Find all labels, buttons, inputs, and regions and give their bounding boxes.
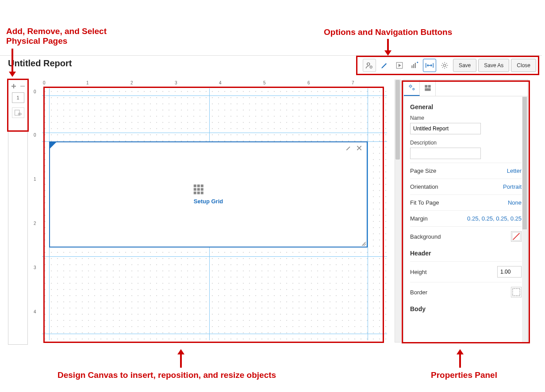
guide-h [42,133,387,133]
user-settings-button[interactable] [363,59,376,72]
grid-widget-label: Setup Grid [194,198,223,205]
close-button[interactable]: Close [511,59,536,72]
ruler-v-tick: 3 [34,265,36,270]
section-header-header: Header [410,250,522,257]
svg-rect-14 [425,88,430,91]
ruler-v-tick: 2 [34,221,36,226]
grid-widget-center[interactable]: Setup Grid [194,185,223,205]
guide-h [42,256,387,257]
preview-button[interactable] [393,59,406,72]
svg-point-6 [443,64,445,66]
page-eye-icon [14,109,22,116]
ruler-v-tick: 4 [34,309,36,314]
anno-pages-label: Add, Remove, and Select Physical Pages [6,27,107,46]
save-as-button[interactable]: Save As [478,59,509,72]
pencil-icon [380,61,388,69]
canvas-scrollbar[interactable] [395,80,401,343]
guide-h [42,95,387,96]
border-swatch[interactable] [511,287,522,297]
toolbar: Save Save As Close [363,59,536,72]
layout-icon [424,84,431,91]
margin-label: Margin [410,215,428,222]
pencil-icon [345,145,352,151]
ruler-h-tick: 4 [219,80,222,85]
properties-tab-general[interactable] [404,80,420,96]
hidden-page-toggle[interactable] [12,107,24,118]
grid-widget[interactable]: Setup Grid [49,141,368,247]
canvas-area: 0 1 2 3 4 5 6 7 0 0 1 2 3 4 [31,80,394,343]
orientation-value[interactable]: Portrait [503,183,522,190]
border-dotted-icon [511,287,521,297]
ruler-v-tick: 0 [34,133,36,137]
svg-rect-12 [425,85,427,88]
remove-page-button[interactable] [19,83,26,90]
guide-h [42,334,387,334]
widget-close-button[interactable] [356,145,363,152]
ruler-h-tick: 3 [175,80,177,85]
settings-button[interactable] [438,59,451,72]
svg-point-9 [19,114,20,114]
background-swatch[interactable] [511,231,522,242]
widget-edit-button[interactable] [345,145,353,152]
close-icon [356,145,362,151]
ruler-horizontal: 0 1 2 3 4 5 6 7 [42,80,394,88]
fit-to-page-label: Fit To Page [410,199,439,206]
ruler-h-tick: 7 [352,80,354,85]
page-panel: 1 [8,80,28,345]
fit-width-button[interactable] [423,59,436,72]
properties-panel: General Name Description Page Size Lette… [403,80,528,343]
ruler-h-tick: 0 [43,80,46,85]
svg-rect-3 [411,65,412,68]
design-canvas[interactable]: Setup Grid [42,88,387,340]
anno-arrow-pages [12,49,13,72]
anno-toolbar-label: Options and Navigation Buttons [324,27,452,37]
svg-point-11 [412,88,414,90]
report-title: Untitled Report [8,58,72,69]
orientation-label: Orientation [410,183,438,190]
svg-rect-4 [413,64,414,68]
ruler-h-tick: 2 [130,80,133,85]
scrollbar-thumb[interactable] [395,80,400,160]
anno-arrow-toolbar [387,39,389,51]
anno-props-label: Properties Panel [431,370,497,380]
grid-icon [194,185,223,194]
user-gear-icon [365,61,373,69]
description-input[interactable] [410,148,481,159]
section-general-header: General [410,103,522,110]
ruler-h-tick: 5 [263,80,266,85]
anno-arrow-canvas [180,354,182,368]
margin-value[interactable]: 0.25, 0.25, 0.25, 0.25 [467,215,522,222]
border-label: Border [410,289,427,296]
add-page-button[interactable] [10,83,17,90]
chart-plus-icon [410,61,419,69]
ruler-h-tick: 6 [307,80,310,85]
height-label: Height [410,269,427,275]
anno-arrow-props [459,354,461,368]
ruler-v-tick: 1 [34,177,36,182]
no-fill-icon [511,232,521,241]
anno-canvas-label: Design Canvas to insert, reposition, and… [58,370,276,380]
ruler-vertical: 0 0 1 2 3 4 [31,88,42,343]
page-thumbnail-1[interactable]: 1 [12,92,24,103]
edit-mode-button[interactable] [378,59,391,72]
height-input[interactable] [497,266,522,278]
properties-tab-layout[interactable] [420,80,436,96]
ruler-h-tick: 1 [86,80,89,85]
play-icon [395,61,403,69]
svg-point-1 [370,66,372,68]
minus-icon [20,84,25,89]
svg-rect-16 [513,289,520,296]
scrollbar-thumb[interactable] [522,97,527,229]
insert-chart-button[interactable] [408,59,421,72]
svg-rect-5 [415,63,416,68]
svg-rect-13 [428,85,430,88]
resize-handle[interactable] [361,241,366,246]
name-input[interactable] [410,123,481,134]
save-button[interactable]: Save [453,59,476,72]
fit-to-page-value[interactable]: None [508,199,522,206]
properties-scrollbar[interactable] [522,97,528,342]
svg-point-0 [367,63,370,65]
gear-icon [441,61,449,69]
page-size-value[interactable]: Letter [507,167,522,174]
guide-v [368,88,368,340]
